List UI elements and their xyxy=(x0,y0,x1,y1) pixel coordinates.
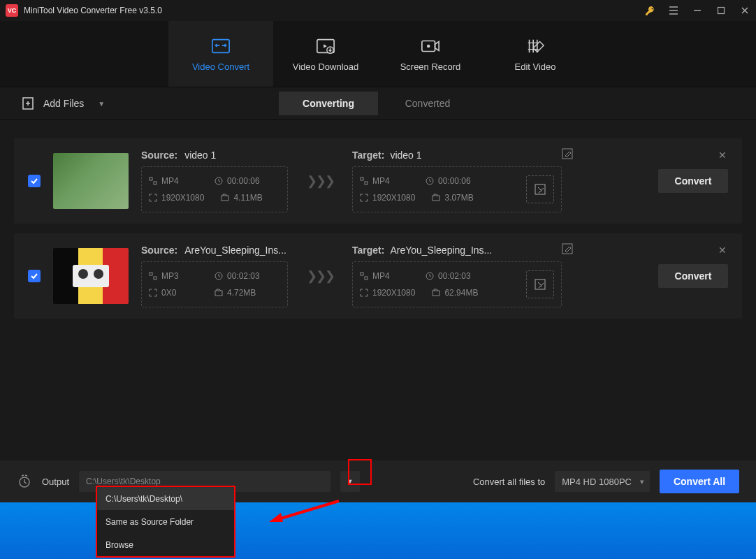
minimize-button[interactable] xyxy=(692,5,703,16)
src-duration: 00:00:06 xyxy=(227,176,260,186)
target-name: AreYou_Sleeping_Ins... xyxy=(390,245,492,256)
download-icon xyxy=(316,36,335,56)
resolution-icon xyxy=(360,194,368,202)
arrow-icon: ❯❯❯ xyxy=(300,173,340,189)
output-path-text: C:\Users\tk\Desktop xyxy=(86,477,161,486)
list-item: Source: video 1 MP4 00:00:06 1920X1080 4… xyxy=(14,138,742,224)
clock-icon xyxy=(215,177,223,185)
toolbar: Add Files ▼ Converting Converted xyxy=(0,87,756,120)
svg-rect-14 xyxy=(432,196,439,201)
item-checkbox[interactable] xyxy=(28,175,41,187)
src-duration: 00:02:03 xyxy=(227,271,260,281)
source-info: Source: video 1 MP4 00:00:06 1920X1080 4… xyxy=(141,150,288,212)
src-format: MP3 xyxy=(161,271,179,281)
svg-rect-0 xyxy=(718,8,725,14)
source-name: AreYou_Sleeping_Ins... xyxy=(184,245,286,256)
target-settings-button[interactable] xyxy=(526,175,554,203)
svg-rect-20 xyxy=(215,291,222,296)
tab-edit-video[interactable]: Edit Video xyxy=(483,21,588,87)
video-thumbnail[interactable] xyxy=(53,153,129,209)
svg-rect-10 xyxy=(221,196,228,201)
edit-item-button[interactable] xyxy=(562,243,574,256)
src-format: MP4 xyxy=(161,176,179,186)
app-logo: VC xyxy=(6,4,18,17)
filesize-icon xyxy=(215,289,223,297)
edit-item-button[interactable] xyxy=(562,148,574,161)
segment-converting[interactable]: Converting xyxy=(279,92,378,115)
clock-icon xyxy=(426,272,434,280)
filesize-icon xyxy=(432,289,440,297)
main-tabs: Video Convert Video Download Screen Reco… xyxy=(0,21,756,87)
maximize-button[interactable] xyxy=(715,5,727,16)
output-dropdown-button[interactable]: ▼ xyxy=(340,471,360,492)
tab-video-convert[interactable]: Video Convert xyxy=(168,21,273,87)
dropdown-item-path[interactable]: C:\Users\tk\Desktop\ xyxy=(97,487,234,510)
clock-icon xyxy=(426,177,434,185)
video-thumbnail[interactable] xyxy=(53,248,129,304)
svg-rect-8 xyxy=(154,182,157,184)
dropdown-item-same-folder[interactable]: Same as Source Folder xyxy=(97,510,234,533)
convert-all-button[interactable]: Convert All xyxy=(660,470,739,493)
svg-rect-7 xyxy=(150,177,152,180)
src-resolution: 0X0 xyxy=(161,288,176,298)
app-title: MiniTool Video Converter Free v3.5.0 xyxy=(24,6,644,15)
target-settings-button[interactable] xyxy=(526,270,554,298)
svg-rect-22 xyxy=(365,277,368,280)
conversion-list: Source: video 1 MP4 00:00:06 1920X1080 4… xyxy=(0,120,756,460)
record-icon xyxy=(421,36,440,56)
status-segment: Converting Converted xyxy=(279,92,477,115)
menu-icon[interactable] xyxy=(668,5,679,16)
output-label: Output xyxy=(42,477,69,487)
tgt-size: 62.94MB xyxy=(444,288,478,298)
chevron-down-icon[interactable]: ▼ xyxy=(98,100,105,108)
resolution-icon xyxy=(149,289,157,297)
output-preset-select[interactable]: MP4 HD 1080PC xyxy=(555,471,650,492)
tgt-size: 3.07MB xyxy=(444,193,473,203)
list-item: Source: AreYou_Sleeping_Ins... MP3 00:02… xyxy=(14,233,742,319)
svg-rect-21 xyxy=(361,273,363,275)
tgt-resolution: 1920X1080 xyxy=(372,288,415,298)
dropdown-item-browse[interactable]: Browse xyxy=(97,533,234,556)
resolution-icon xyxy=(360,289,368,297)
resolution-icon xyxy=(149,194,157,202)
tab-label: Screen Record xyxy=(400,61,461,72)
src-resolution: 1920X1080 xyxy=(161,193,204,203)
svg-rect-12 xyxy=(365,182,368,184)
remove-item-button[interactable]: ✕ xyxy=(718,150,727,161)
svg-rect-11 xyxy=(361,177,363,180)
convert-button[interactable]: Convert xyxy=(658,169,728,193)
source-label: Source: xyxy=(141,150,177,161)
target-info: Target: AreYou_Sleeping_Ins... MP4 00:02… xyxy=(352,245,562,307)
add-files-label: Add Files xyxy=(43,98,84,109)
remove-item-button[interactable]: ✕ xyxy=(718,245,727,256)
tab-video-download[interactable]: Video Download xyxy=(273,21,378,87)
edit-icon xyxy=(525,36,545,56)
app-window: VC MiniTool Video Converter Free v3.5.0 … xyxy=(0,0,756,502)
clock-icon xyxy=(215,272,223,280)
target-label: Target: xyxy=(352,245,384,256)
tab-screen-record[interactable]: Screen Record xyxy=(378,21,483,87)
key-icon[interactable] xyxy=(644,5,655,16)
arrow-icon: ❯❯❯ xyxy=(300,268,340,284)
svg-rect-17 xyxy=(150,273,152,275)
target-label: Target: xyxy=(352,150,384,161)
target-name: video 1 xyxy=(390,150,421,161)
scheduler-icon[interactable] xyxy=(17,474,32,489)
source-name: video 1 xyxy=(184,150,216,161)
tgt-resolution: 1920X1080 xyxy=(372,193,415,203)
close-button[interactable] xyxy=(739,5,750,16)
source-info: Source: AreYou_Sleeping_Ins... MP3 00:02… xyxy=(141,245,288,307)
add-files-button[interactable]: Add Files ▼ xyxy=(21,96,105,110)
filesize-icon xyxy=(221,194,229,202)
convert-button[interactable]: Convert xyxy=(658,264,728,288)
format-icon xyxy=(360,177,368,185)
segment-converted[interactable]: Converted xyxy=(378,92,477,115)
src-size: 4.72MB xyxy=(227,288,256,298)
item-checkbox[interactable] xyxy=(28,270,41,282)
convert-icon xyxy=(211,36,231,56)
tab-label: Video Download xyxy=(293,61,358,72)
tgt-duration: 00:02:03 xyxy=(438,271,471,281)
tgt-duration: 00:00:06 xyxy=(438,176,471,186)
src-size: 4.11MB xyxy=(233,193,262,203)
convert-all-label: Convert all files to xyxy=(473,477,545,487)
